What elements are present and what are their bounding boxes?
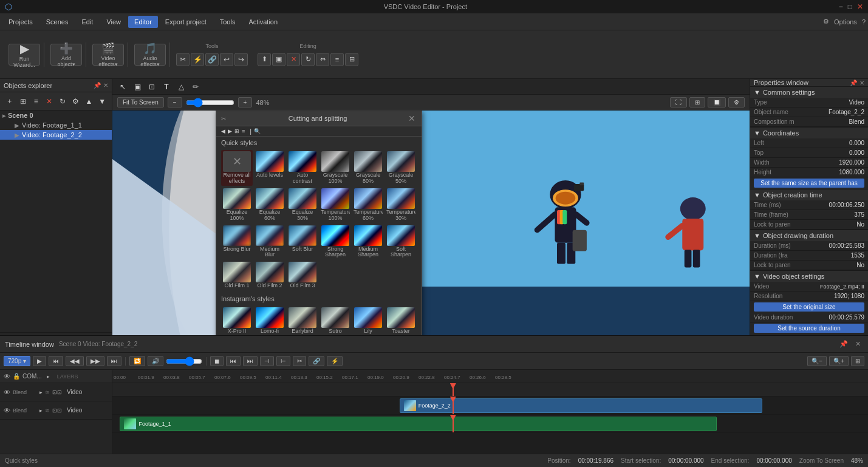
options-label[interactable]: Options bbox=[834, 18, 857, 26]
maximize-button[interactable]: □ bbox=[848, 2, 852, 11]
qs-strong-blur[interactable]: Strong Blur bbox=[221, 224, 253, 260]
tl-next-marker-button[interactable]: ⏭ bbox=[243, 356, 258, 366]
set-parent-size-button[interactable]: Set the same size as the parent has bbox=[754, 179, 864, 188]
tl-eye-scene[interactable]: 👁 bbox=[4, 373, 10, 380]
go-end-button[interactable]: ⏭ bbox=[107, 356, 121, 366]
qs-grayscale-50[interactable]: Grayscale 50% bbox=[385, 150, 417, 186]
qs-sutro[interactable]: Sutro bbox=[320, 306, 351, 335]
strip-select-btn[interactable]: ▣ bbox=[131, 80, 144, 94]
edit-up-button[interactable]: ▲ bbox=[83, 95, 95, 108]
tl-eye-track1[interactable]: 👁 bbox=[4, 389, 10, 396]
volume-slider[interactable] bbox=[166, 356, 202, 366]
step-back-button[interactable]: ◀◀ bbox=[66, 356, 84, 366]
set-original-size-button[interactable]: Set the original size bbox=[754, 302, 864, 312]
prop-pin-button[interactable]: 📌 bbox=[850, 80, 857, 86]
qs-strong-sharpen[interactable]: Strong Sharpen bbox=[320, 224, 351, 260]
menu-export[interactable]: Export project bbox=[159, 16, 213, 28]
strip-arrow-btn[interactable]: ↖ bbox=[116, 80, 129, 94]
strip-text-btn[interactable]: T bbox=[160, 80, 173, 94]
qs-old-film-1[interactable]: Old Film 1 bbox=[221, 261, 253, 290]
strip-crop-btn[interactable]: ⊡ bbox=[145, 80, 159, 94]
menu-scenes[interactable]: Scenes bbox=[40, 16, 75, 28]
qs-medium-blur[interactable]: Medium Blur bbox=[254, 224, 285, 260]
tl-eye-track2[interactable]: 👁 bbox=[4, 407, 10, 414]
edit-add-button[interactable]: + bbox=[4, 95, 16, 108]
menu-editor[interactable]: Editor bbox=[128, 16, 158, 28]
tl-glue-button[interactable]: 🔗 bbox=[309, 356, 324, 366]
qs-auto-levels[interactable]: Auto levels bbox=[254, 150, 285, 186]
edit-prop-button[interactable]: ⚙ bbox=[70, 95, 82, 108]
volume-button[interactable]: 🔊 bbox=[148, 356, 163, 366]
run-wizard-button[interactable]: ▶ Run Wizard... bbox=[9, 44, 40, 66]
panel-pin-button[interactable]: 📌 bbox=[94, 82, 101, 89]
qs-toaster[interactable]: Toaster bbox=[385, 306, 417, 335]
edit-list-button[interactable]: ≡ bbox=[30, 95, 43, 108]
preview-canvas[interactable]: ✂ Cutting and splitting ✕ ◀ ▶ ⊞ ≡ | 🔍 Qu… bbox=[112, 111, 750, 335]
go-start-button[interactable]: ⏮ bbox=[49, 356, 63, 366]
arrow-tool-button[interactable]: ⬆ bbox=[258, 53, 271, 66]
zoom-slider[interactable] bbox=[186, 98, 234, 107]
play-button[interactable]: ▶ bbox=[33, 356, 46, 366]
qs-old-film-2[interactable]: Old Film 2 bbox=[254, 261, 285, 290]
qs-auto-contrast[interactable]: Auto contrast bbox=[287, 150, 318, 186]
timeline-clip-footage2[interactable]: Footage_2_2 bbox=[400, 398, 762, 413]
zoom-plus-button[interactable]: + bbox=[238, 97, 253, 107]
prop-close-button[interactable]: ✕ bbox=[859, 80, 864, 86]
prop-section-common-header[interactable]: ▼ Common settings bbox=[750, 87, 868, 98]
cut-tool-button[interactable]: ✂ bbox=[176, 53, 190, 66]
tree-item-footage1[interactable]: ▶ Video: Footage_1_1 bbox=[0, 120, 112, 130]
qs-lomofi[interactable]: Lomo-fi bbox=[254, 306, 285, 335]
qs-equalize-100[interactable]: Equalize 100% bbox=[221, 187, 253, 223]
qs-equalize-60[interactable]: Equalize 60% bbox=[254, 187, 285, 223]
qs-earlybird[interactable]: Earlybird bbox=[287, 306, 318, 335]
zoom-minus-button[interactable]: − bbox=[168, 97, 182, 107]
minimize-button[interactable]: − bbox=[839, 2, 843, 11]
prop-section-duration-header[interactable]: ▼ Object drawing duration bbox=[750, 230, 868, 241]
tree-item-scene0[interactable]: ▸ Scene 0 bbox=[0, 111, 112, 120]
close-button[interactable]: ✕ bbox=[857, 2, 863, 11]
set-source-duration-button[interactable]: Set the source duration bbox=[754, 324, 864, 333]
step-forward-button[interactable]: ▶▶ bbox=[86, 356, 104, 366]
qs-soft-blur[interactable]: Soft Blur bbox=[287, 224, 318, 260]
tl-split-button[interactable]: ⚡ bbox=[327, 356, 343, 366]
qs-temp-30[interactable]: Temperature 30% bbox=[385, 187, 417, 223]
tl-pin-button[interactable]: 📌 bbox=[837, 339, 850, 349]
menu-activation[interactable]: Activation bbox=[242, 16, 284, 28]
add-object-button[interactable]: ➕ Add object▾ bbox=[50, 44, 82, 66]
tl-close-button[interactable]: ✕ bbox=[853, 339, 863, 349]
strip-brush-btn[interactable]: ✏ bbox=[189, 80, 202, 94]
qs-medium-sharpen[interactable]: Medium Sharpen bbox=[352, 224, 384, 260]
delete-button[interactable]: ✕ bbox=[287, 53, 300, 66]
fit-to-screen-button[interactable]: Fit To Screen bbox=[117, 97, 164, 107]
flip-button[interactable]: ⇔ bbox=[316, 53, 329, 66]
qs-remove-effects[interactable]: ✕ Remove all effects bbox=[221, 150, 253, 186]
tl-add-marker-button[interactable]: ◼ bbox=[210, 356, 224, 366]
strip-shape-btn[interactable]: △ bbox=[174, 80, 188, 94]
menu-projects[interactable]: Projects bbox=[2, 16, 39, 28]
tl-trim-end-button[interactable]: ⊢ bbox=[276, 356, 290, 366]
preview-fullscreen-button[interactable]: ⛶ bbox=[670, 97, 687, 107]
panel-close-button[interactable]: ✕ bbox=[103, 82, 108, 89]
align-button[interactable]: ≡ bbox=[330, 53, 344, 66]
glue-tool-button[interactable]: 🔗 bbox=[205, 53, 219, 66]
tree-item-footage2[interactable]: ▶ Video: Footage_2_2 bbox=[0, 130, 112, 140]
edit-grid-button[interactable]: ⊞ bbox=[17, 95, 29, 108]
tl-zoom-in-button[interactable]: 🔍+ bbox=[829, 356, 849, 366]
help-icon[interactable]: ? bbox=[862, 18, 866, 26]
resolution-dropdown[interactable]: 720p ▾ bbox=[4, 356, 30, 366]
edit-undo-button[interactable]: ↻ bbox=[56, 95, 69, 108]
split-tool-button[interactable]: ⚡ bbox=[191, 53, 204, 66]
audio-effects-button[interactable]: 🎵 Audio effects▾ bbox=[134, 44, 166, 66]
qs-soft-sharpen[interactable]: Soft Sharpen bbox=[385, 224, 417, 260]
video-effects-button[interactable]: 🎬 Video effects▾ bbox=[92, 44, 124, 66]
tl-prev-marker-button[interactable]: ⏮ bbox=[226, 356, 241, 366]
prop-section-time-header[interactable]: ▼ Object creation time bbox=[750, 189, 868, 200]
prop-section-coords-header[interactable]: ▼ Coordinates bbox=[750, 128, 868, 138]
quick-styles-close-button[interactable]: ✕ bbox=[407, 114, 417, 123]
preview-grid-button[interactable]: ⊞ bbox=[689, 97, 705, 107]
tl-trim-start-button[interactable]: ⊣ bbox=[260, 356, 274, 366]
qs-equalize-30[interactable]: Equalize 30% bbox=[287, 187, 318, 223]
menu-edit[interactable]: Edit bbox=[75, 16, 99, 28]
timeline-track-area-footage2[interactable]: Footage_2_2 bbox=[112, 397, 868, 415]
tl-zoom-out-button[interactable]: 🔍− bbox=[807, 356, 827, 366]
